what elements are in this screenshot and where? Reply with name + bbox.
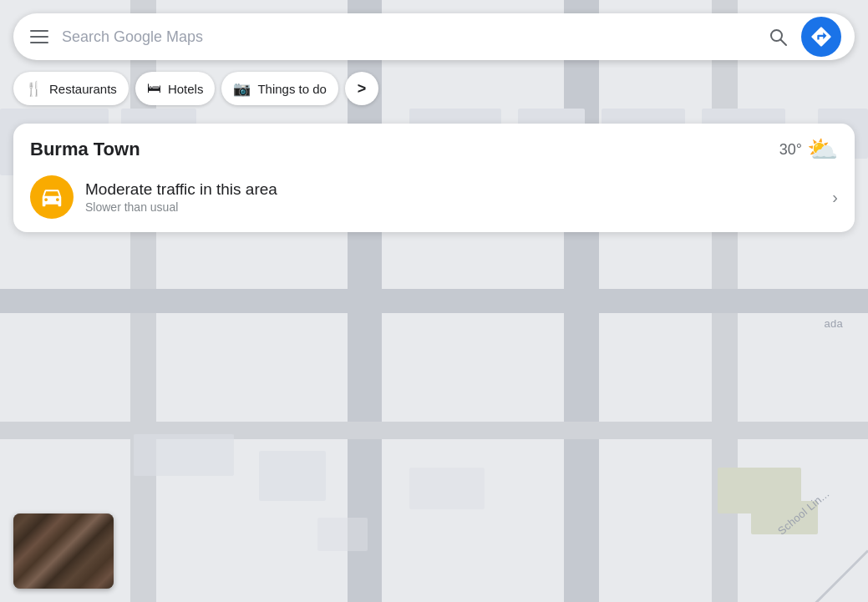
hotels-icon: 🛏 [147,80,161,97]
restaurants-icon: 🍴 [25,80,43,98]
camera-icon: 📷 [233,80,251,98]
directions-icon [810,25,833,48]
traffic-text: Moderate traffic in this area Slower tha… [85,180,820,214]
search-icon [768,27,788,47]
chip-things-to-do-label: Things to do [257,82,327,96]
chip-hotels-label: Hotels [168,82,204,96]
chip-restaurants-label: Restaurants [49,82,117,96]
weather-temperature: 30° [779,141,802,159]
map-label-ada: ada [824,317,843,330]
weather-info: 30° ⛅ [779,137,838,162]
hamburger-menu-button[interactable] [27,27,52,47]
aerial-photo [13,513,114,589]
traffic-subtitle: Slower than usual [85,200,820,214]
chip-hotels[interactable]: 🛏 Hotels [135,72,216,105]
traffic-row[interactable]: Moderate traffic in this area Slower tha… [30,175,838,219]
traffic-icon-circle [30,175,74,219]
search-bar[interactable]: Search Google Maps [13,13,855,60]
search-input[interactable]: Search Google Maps [62,29,754,44]
traffic-car-icon [39,185,64,210]
traffic-chevron-button[interactable]: › [832,188,838,207]
chip-things-to-do[interactable]: 📷 Things to do [221,72,338,105]
info-panel: Burma Town 30° ⛅ Moderate traffic in thi… [13,124,855,232]
traffic-title: Moderate traffic in this area [85,180,820,199]
location-name: Burma Town [30,139,140,160]
weather-icon: ⛅ [807,137,838,162]
chip-restaurants[interactable]: 🍴 Restaurants [13,72,129,105]
bottom-thumbnail[interactable] [13,513,114,589]
search-button[interactable] [764,23,791,50]
chips-more-button[interactable]: > [345,72,378,105]
chips-row: 🍴 Restaurants 🛏 Hotels 📷 Things to do > [13,72,378,105]
panel-header: Burma Town 30° ⛅ [30,137,838,162]
directions-button[interactable] [801,17,841,57]
svg-line-1 [781,40,787,46]
